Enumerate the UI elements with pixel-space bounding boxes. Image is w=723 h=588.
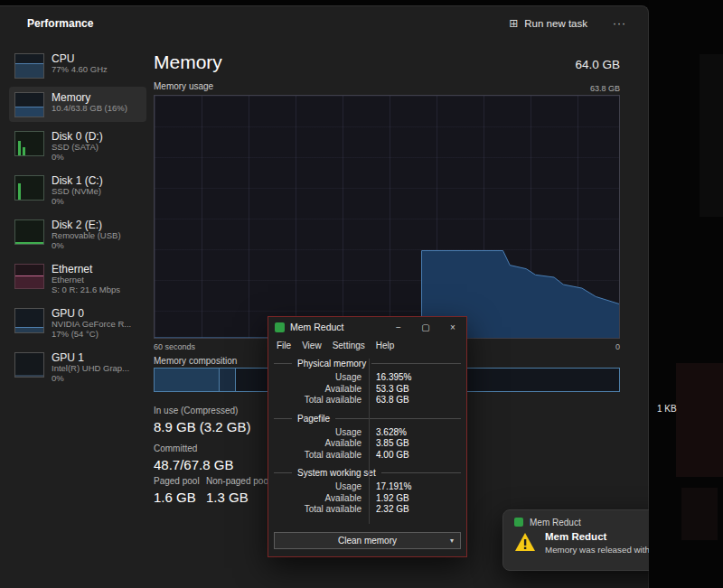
minimize-icon[interactable]: − <box>385 317 412 337</box>
stat-val: 16.395% <box>369 372 411 384</box>
disk0-mini-graph-icon <box>14 131 44 156</box>
sidebar-item-detail2: 17% (54 °C) <box>52 330 131 340</box>
stat-row: Available 3.85 GB <box>274 438 461 450</box>
sidebar-item-detail: Removable (USB) <box>52 231 121 241</box>
sidebar-item-cpu[interactable]: CPU 77% 4.60 GHz <box>9 48 146 83</box>
desktop-file-size-label: 1 KB <box>657 404 677 414</box>
warning-icon <box>514 532 536 552</box>
sidebar-item-disk2[interactable]: Disk 2 (E:) Removable (USB) 0% <box>9 214 146 255</box>
stat-label: Non-paged pool <box>206 476 270 486</box>
section-header: Pagefile <box>274 414 461 424</box>
memory-usage-caption: Memory usage <box>154 81 213 91</box>
screen: Performance ⊞ Run new task ··· CPU 77% 4… <box>0 0 723 588</box>
ethernet-mini-graph-icon <box>14 264 44 289</box>
task-manager-titlebar: Performance ⊞ Run new task ··· <box>0 6 648 41</box>
sidebar-item-detail2: 0% <box>52 153 103 163</box>
stat-val: 1.92 GB <box>369 493 409 505</box>
run-new-task-button[interactable]: ⊞ Run new task <box>500 13 596 34</box>
sidebar-item-label: Disk 2 (E:) <box>52 219 121 231</box>
close-icon[interactable]: × <box>439 317 466 337</box>
menu-item-help[interactable]: Help <box>371 341 400 350</box>
stat-row: Usage 16.395% <box>274 372 461 384</box>
memory-usage-chart <box>154 95 620 339</box>
run-new-task-label: Run new task <box>524 18 587 29</box>
sidebar-item-detail2: 0% <box>52 374 129 384</box>
stat-key: Total available <box>274 450 369 462</box>
memreduct-app-icon <box>514 518 523 527</box>
stat-row: Usage 17.191% <box>274 481 461 493</box>
sidebar-item-gpu0[interactable]: GPU 0 NVIDIA GeForce R... 17% (54 °C) <box>9 303 146 343</box>
toast-app-name: Mem Reduct <box>530 518 581 527</box>
section-physical-memory: Physical memory Usage 16.395% Available … <box>274 356 461 406</box>
gpu0-mini-graph-icon <box>14 308 44 333</box>
desktop-area: 1 KB <box>649 0 723 588</box>
sidebar-item-label: Disk 1 (C:) <box>52 174 103 187</box>
sidebar-item-label: GPU 1 <box>52 351 129 364</box>
memreduct-window: Mem Reduct − ▢ × File View Settings Help… <box>268 316 467 557</box>
stat-key: Available <box>274 438 369 450</box>
stat-val: 63.8 GB <box>369 395 409 406</box>
maximize-icon[interactable]: ▢ <box>412 317 439 337</box>
clean-memory-label: Clean memory <box>338 536 397 546</box>
page-title-performance: Performance <box>27 17 93 30</box>
stat-key: Available <box>274 493 369 505</box>
sidebar-item-label: Memory <box>52 91 127 104</box>
memory-mini-graph-icon <box>14 92 44 117</box>
stat-val: 3.85 GB <box>369 438 409 450</box>
sidebar-item-label: Disk 0 (D:) <box>52 130 103 143</box>
stat-label: In use (Compressed) <box>154 406 251 415</box>
stat-key: Available <box>274 384 369 396</box>
more-options-button[interactable]: ··· <box>606 14 634 33</box>
stat-value: 8.9 GB (3.2 GB) <box>154 419 251 434</box>
memreduct-body: Physical memory Usage 16.395% Available … <box>268 353 466 556</box>
menu-item-view[interactable]: View <box>296 341 327 350</box>
sidebar-item-detail2: S: 0 R: 21.6 Mbps <box>52 285 120 295</box>
stat-val: 4.00 GB <box>369 450 409 462</box>
sidebar-item-detail: NVIDIA GeForce R... <box>52 320 131 330</box>
stat-val: 53.3 GB <box>369 384 409 396</box>
stat-row: Available 53.3 GB <box>274 384 461 396</box>
sidebar-item-detail: Ethernet <box>52 275 120 285</box>
desktop-artifact <box>700 54 723 217</box>
stat-val: 3.628% <box>369 427 407 439</box>
stat-value: 1.6 GB <box>154 490 200 505</box>
section-header: Physical memory <box>274 359 461 369</box>
sidebar-item-label: CPU <box>52 52 108 65</box>
stat-label: Committed <box>154 443 233 453</box>
stat-val: 17.191% <box>369 481 411 493</box>
section-pagefile: Pagefile Usage 3.628% Available 3.85 GB … <box>274 411 461 462</box>
memreduct-titlebar[interactable]: Mem Reduct − ▢ × <box>268 317 466 337</box>
gpu1-mini-graph-icon <box>14 352 44 378</box>
section-system-working-set: System working set Usage 17.191% Availab… <box>274 465 461 516</box>
column-divider <box>369 359 370 524</box>
stat-row: Usage 3.628% <box>274 427 461 439</box>
disk1-mini-graph-icon <box>14 175 44 201</box>
dropdown-arrow-icon[interactable]: ▾ <box>450 537 454 545</box>
sidebar-item-disk1[interactable]: Disk 1 (C:) SSD (NVMe) 0% <box>9 170 146 210</box>
desktop-artifact <box>681 488 718 540</box>
clean-memory-button[interactable]: Clean memory ▾ <box>274 532 461 549</box>
stat-row: Total available 63.8 GB <box>274 395 461 406</box>
sidebar-item-detail: SSD (NVMe) <box>52 187 103 197</box>
stat-key: Usage <box>274 372 369 384</box>
sidebar-item-gpu1[interactable]: GPU 1 Intel(R) UHD Grap... 0% <box>9 347 146 387</box>
stat-non-paged-pool: Non-paged pool 1.3 GB <box>206 476 270 505</box>
desktop-artifact <box>676 363 723 477</box>
run-new-task-icon: ⊞ <box>509 17 518 30</box>
menu-item-settings[interactable]: Settings <box>327 341 371 350</box>
chart-zero-label: 0 <box>615 342 620 351</box>
memreduct-window-title: Mem Reduct <box>290 322 344 332</box>
sidebar-item-detail2: 0% <box>52 197 103 207</box>
stat-committed: Committed 48.7/67.8 GB <box>154 443 233 472</box>
memory-usage-graph <box>155 96 619 338</box>
sidebar-item-detail: 77% 4.60 GHz <box>52 65 108 75</box>
sidebar-item-memory[interactable]: Memory 10.4/63.8 GB (16%) <box>9 87 146 122</box>
sidebar-item-disk0[interactable]: Disk 0 (D:) SSD (SATA) 0% <box>9 126 146 166</box>
menu-item-file[interactable]: File <box>271 341 296 350</box>
section-header: System working set <box>274 468 461 478</box>
sidebar-item-ethernet[interactable]: Ethernet Ethernet S: 0 R: 21.6 Mbps <box>9 258 146 299</box>
memory-composition-caption: Memory composition <box>154 356 237 366</box>
memreduct-app-icon <box>275 322 285 332</box>
sidebar-item-label: GPU 0 <box>52 307 131 320</box>
memory-heading: Memory <box>154 51 222 73</box>
